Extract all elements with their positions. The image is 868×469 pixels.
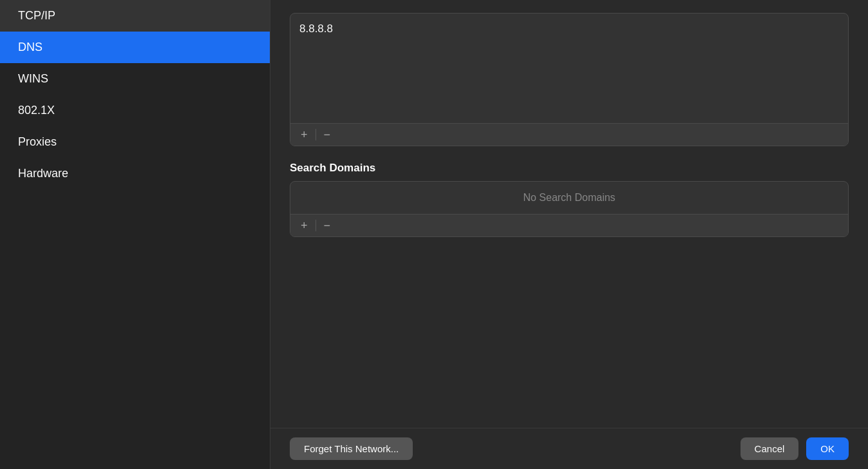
dns-servers-toolbar: + − [290, 123, 848, 146]
search-domains-toolbar-divider [316, 220, 316, 231]
search-domains-panel: No Search Domains + − [290, 181, 849, 237]
sidebar-item-proxies[interactable]: Proxies [0, 126, 270, 158]
sidebar: TCP/IP DNS WINS 802.1X Proxies Hardware [0, 0, 270, 469]
search-domains-toolbar: + − [290, 214, 848, 236]
dns-add-button[interactable]: + [296, 128, 313, 142]
footer: Forget This Network... Cancel OK [270, 428, 868, 469]
search-domains-add-button[interactable]: + [296, 218, 313, 233]
sidebar-item-tcpip[interactable]: TCP/IP [0, 0, 270, 32]
search-domains-section: Search Domains No Search Domains + − [290, 162, 849, 253]
content-area: 8.8.8.8 + − Search Domains No Search Dom… [270, 0, 868, 428]
search-domains-empty: No Search Domains [290, 182, 848, 214]
sidebar-item-dns[interactable]: DNS [0, 32, 270, 63]
dns-servers-panel: 8.8.8.8 + − [290, 13, 849, 146]
sidebar-item-8021x[interactable]: 802.1X [0, 95, 270, 126]
forget-network-button[interactable]: Forget This Network... [290, 437, 413, 460]
toolbar-divider [316, 129, 316, 140]
dns-server-list[interactable]: 8.8.8.8 [290, 14, 848, 123]
search-domains-remove-button[interactable]: − [319, 218, 336, 233]
dns-entry-1: 8.8.8.8 [299, 20, 839, 38]
sidebar-item-hardware[interactable]: Hardware [0, 158, 270, 189]
footer-right-buttons: Cancel OK [741, 437, 849, 460]
sidebar-item-wins[interactable]: WINS [0, 63, 270, 95]
cancel-button[interactable]: Cancel [741, 437, 799, 460]
dns-remove-button[interactable]: − [319, 128, 336, 142]
search-domains-label: Search Domains [290, 162, 849, 175]
ok-button[interactable]: OK [806, 437, 849, 460]
